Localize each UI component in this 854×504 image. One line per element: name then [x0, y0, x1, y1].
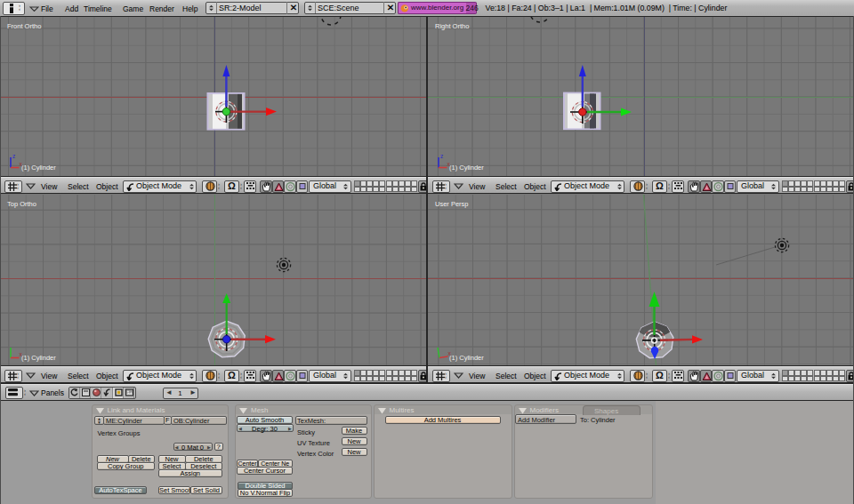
svg-text:z: z — [12, 153, 15, 159]
svg-text:x: x — [447, 161, 451, 167]
svg-text:x: x — [448, 350, 452, 356]
svg-text:z: z — [440, 153, 443, 159]
svg-text:x: x — [20, 161, 23, 167]
svg-text:x: x — [20, 351, 23, 357]
